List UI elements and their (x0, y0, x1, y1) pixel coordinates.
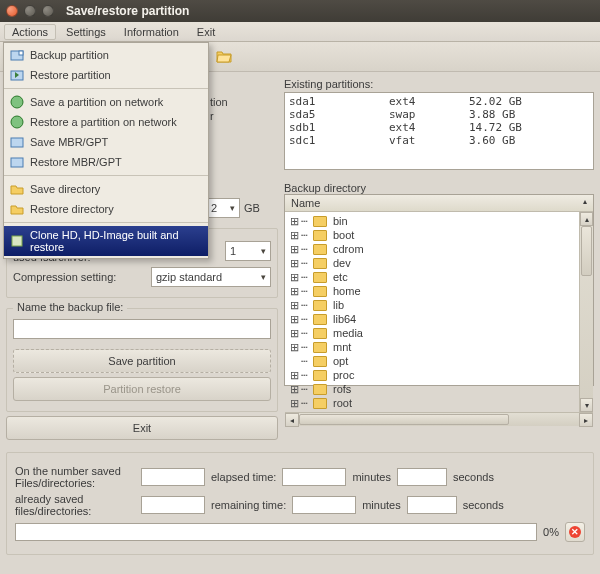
menu-item-icon (10, 115, 24, 129)
window-minimize-button[interactable] (24, 5, 36, 17)
tree-item[interactable]: ⊞┄rofs (287, 382, 577, 396)
folder-open-icon[interactable] (216, 49, 232, 65)
scroll-down-button[interactable]: ▾ (580, 398, 593, 412)
menu-item-label: Save directory (30, 183, 100, 195)
seconds-label-1: seconds (453, 471, 494, 483)
tree-item-label: opt (333, 355, 348, 367)
menu-information[interactable]: Information (116, 24, 187, 40)
tree-item[interactable]: ┄opt (287, 354, 577, 368)
scroll-right-button[interactable]: ▸ (579, 413, 593, 427)
tree-item[interactable]: ⊞┄lib64 (287, 312, 577, 326)
tree-item[interactable]: ⊞┄etc (287, 270, 577, 284)
menubar: Actions Settings Information Exit (0, 22, 600, 42)
folder-icon (313, 342, 327, 353)
window-maximize-button[interactable] (42, 5, 54, 17)
expand-icon[interactable]: ⊞ (289, 285, 299, 298)
exit-button[interactable]: Exit (6, 416, 278, 440)
size-spinner[interactable]: 2 ▾ (206, 198, 240, 218)
scrollbar-h-track[interactable] (299, 413, 579, 426)
svg-point-4 (11, 116, 23, 128)
menu-item-label: Clone HD, HD-Image built and restore (30, 229, 198, 253)
tree-item-label: bin (333, 215, 348, 227)
tree-item-label: media (333, 327, 363, 339)
tree-item[interactable]: ⊞┄boot (287, 228, 577, 242)
expand-icon[interactable]: ⊞ (289, 369, 299, 382)
folder-icon (313, 286, 327, 297)
menu-item-backup-partition[interactable]: Backup partition (4, 45, 208, 65)
tree-item-label: cdrom (333, 243, 364, 255)
partition-row[interactable]: sda1ext452.02 GB (289, 95, 589, 108)
backup-name-input[interactable] (13, 319, 271, 339)
folder-icon (313, 230, 327, 241)
menu-exit[interactable]: Exit (189, 24, 223, 40)
cancel-button[interactable]: ✕ (565, 522, 585, 542)
menu-item-save-directory[interactable]: Save directory (4, 179, 208, 199)
expand-icon[interactable]: ⊞ (289, 271, 299, 284)
expand-icon[interactable]: ⊞ (289, 341, 299, 354)
titlebar: Save/restore partition (0, 0, 600, 22)
expand-icon[interactable]: ⊞ (289, 313, 299, 326)
cancel-icon: ✕ (569, 526, 581, 538)
tree-item[interactable]: ⊞┄lib (287, 298, 577, 312)
save-partition-button[interactable]: Save partition (13, 349, 271, 373)
menu-settings[interactable]: Settings (58, 24, 114, 40)
expand-icon[interactable]: ⊞ (289, 257, 299, 270)
expand-icon[interactable]: ⊞ (289, 327, 299, 340)
tree-item[interactable]: ⊞┄cdrom (287, 242, 577, 256)
tree-item[interactable]: ⊞┄root (287, 396, 577, 410)
already-saved-value (141, 496, 205, 514)
menu-item-icon (10, 95, 24, 109)
expand-icon[interactable]: ⊞ (289, 229, 299, 242)
expand-icon[interactable]: ⊞ (289, 215, 299, 228)
menu-item-restore-mbr-gpt[interactable]: Restore MBR/GPT (4, 152, 208, 172)
menu-item-save-mbr-gpt[interactable]: Save MBR/GPT (4, 132, 208, 152)
vertical-scrollbar[interactable]: ▴ ▾ (579, 212, 593, 412)
svg-rect-1 (19, 51, 23, 55)
partitions-list[interactable]: sda1ext452.02 GBsda5swap3.88 GBsdb1ext41… (284, 92, 594, 170)
expand-icon[interactable]: ⊞ (289, 299, 299, 312)
tree-body[interactable]: ⊞┄bin⊞┄boot⊞┄cdrom⊞┄dev⊞┄etc⊞┄home⊞┄lib⊞… (285, 212, 579, 412)
scrollbar-thumb[interactable] (581, 226, 592, 276)
partition-row[interactable]: sdc1vfat3.60 GB (289, 134, 589, 147)
scrollbar-h-thumb[interactable] (299, 414, 509, 425)
menu-item-restore-a-partition-on-network[interactable]: Restore a partition on network (4, 112, 208, 132)
menu-item-restore-partition[interactable]: Restore partition (4, 65, 208, 85)
partition-row[interactable]: sda5swap3.88 GB (289, 108, 589, 121)
menu-item-save-a-partition-on-network[interactable]: Save a partition on network (4, 92, 208, 112)
tree-item-label: lib64 (333, 313, 356, 325)
tree-header[interactable]: Name ▴ (285, 195, 593, 212)
menu-actions[interactable]: Actions (4, 24, 56, 40)
folder-icon (313, 272, 327, 283)
tree-item[interactable]: ⊞┄media (287, 326, 577, 340)
actions-dropdown: Backup partitionRestore partitionSave a … (3, 42, 209, 259)
expand-icon[interactable]: ⊞ (289, 397, 299, 410)
tree-header-name: Name (291, 197, 320, 209)
partition-row[interactable]: sdb1ext414.72 GB (289, 121, 589, 134)
elapsed-seconds (397, 468, 447, 486)
horizontal-scrollbar[interactable]: ◂ ▸ (285, 412, 593, 426)
tree-item[interactable]: ⊞┄home (287, 284, 577, 298)
scroll-up-button[interactable]: ▴ (580, 212, 593, 226)
tree-item[interactable]: ⊞┄bin (287, 214, 577, 228)
folder-icon (313, 258, 327, 269)
window-title: Save/restore partition (66, 4, 189, 18)
expand-icon[interactable]: ⊞ (289, 383, 299, 396)
existing-partitions-label: Existing partitions: (284, 78, 594, 90)
tree-item[interactable]: ⊞┄proc (287, 368, 577, 382)
expand-icon[interactable]: ⊞ (289, 243, 299, 256)
name-group: Name the backup file: Save partition Par… (6, 308, 278, 412)
procs-spinner[interactable]: 1 ▾ (225, 241, 271, 261)
already-saved-label: already saved files/directories: (15, 493, 135, 517)
partition-restore-button[interactable]: Partition restore (13, 377, 271, 401)
tree-item[interactable]: ⊞┄mnt (287, 340, 577, 354)
progress-percent: 0% (543, 526, 559, 538)
compression-combo[interactable]: gzip standard ▾ (151, 267, 271, 287)
window-close-button[interactable] (6, 5, 18, 17)
menu-item-clone-hd-hd-image-built-and-restore[interactable]: Clone HD, HD-Image built and restore (4, 226, 208, 256)
tree-item[interactable]: ⊞┄dev (287, 256, 577, 270)
scroll-left-button[interactable]: ◂ (285, 413, 299, 427)
tree-item-label: rofs (333, 383, 351, 395)
folder-icon (313, 398, 327, 409)
menu-item-restore-directory[interactable]: Restore directory (4, 199, 208, 219)
scrollbar-track[interactable] (580, 226, 593, 398)
